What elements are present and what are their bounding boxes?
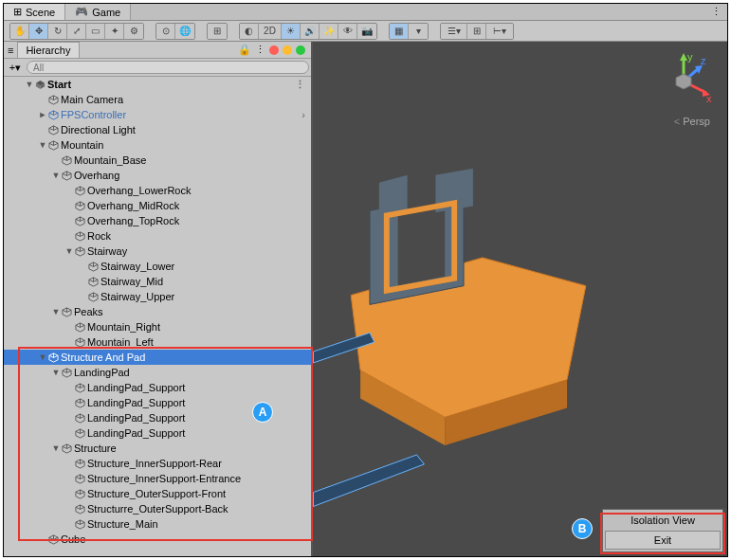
orientation-gizmo[interactable]: y x z <box>653 51 714 112</box>
pivot-rotation[interactable]: 🌐 <box>175 24 194 39</box>
expand-arrow[interactable]: ▼ <box>51 171 61 180</box>
tree-item[interactable]: Overhang_MidRock <box>4 198 311 213</box>
tree-item[interactable]: ▼Mountain <box>4 137 311 153</box>
tab-menu[interactable]: ⋮ <box>711 6 722 18</box>
tree-item[interactable]: ►FPSController› <box>4 107 311 122</box>
scene-menu[interactable]: ⋮ <box>295 79 305 91</box>
tree-item[interactable]: Structure_InnerSupport-Rear <box>4 456 311 471</box>
rect-tool[interactable]: ▭ <box>86 24 105 39</box>
scale-tool[interactable]: ⤢ <box>67 24 86 39</box>
shaded-mode[interactable]: ◐ <box>240 24 259 39</box>
hierarchy-title: Hierarchy <box>26 45 70 56</box>
tab-hierarchy[interactable]: Hierarchy <box>17 42 79 58</box>
tree-item-label: Mountain_Left <box>87 336 154 348</box>
custom-tool[interactable]: ⚙ <box>124 24 143 39</box>
tree-item[interactable]: ▼Peaks <box>4 304 311 319</box>
scene-lighting[interactable]: ☀ <box>282 24 301 39</box>
expand-arrow[interactable]: ▼ <box>38 352 47 362</box>
tree-item[interactable]: Directional Light <box>4 122 311 137</box>
search-input[interactable] <box>27 61 309 74</box>
max-dot[interactable] <box>296 45 305 55</box>
tree-item-label: Rock <box>87 230 111 242</box>
pivot-mode[interactable]: ⊙ <box>156 24 175 39</box>
tree-item[interactable]: Mountain_Right <box>4 319 311 334</box>
tree-item-label: Directional Light <box>61 124 136 135</box>
create-button[interactable]: +▾ <box>6 61 25 74</box>
snap-settings[interactable]: ⊢▾ <box>486 24 513 39</box>
tab-scene[interactable]: ⊞ Scene <box>4 4 65 20</box>
scene-vis[interactable]: 👁 <box>338 24 357 39</box>
scene-audio[interactable]: 🔊 <box>301 24 320 39</box>
expand-arrow[interactable]: ▼ <box>38 140 47 150</box>
svg-marker-132 <box>314 455 425 506</box>
hand-tool[interactable]: ✋ <box>10 24 29 39</box>
tree-item[interactable]: Structure_Main <box>4 516 311 532</box>
svg-line-21 <box>62 158 66 160</box>
svg-line-66 <box>80 325 84 327</box>
callout-b: B <box>572 518 593 539</box>
tree-item-label: Cube <box>61 533 85 545</box>
expand-arrow[interactable]: ▼ <box>51 443 61 453</box>
hierarchy-tree[interactable]: ▼Start⋮Main Camera►FPSController›Directi… <box>4 77 311 556</box>
projection-label[interactable]: Persp <box>674 116 710 127</box>
tree-item[interactable]: LandingPad_Support <box>4 425 311 441</box>
svg-line-62 <box>66 310 71 312</box>
tree-item[interactable]: ▼LandingPad <box>4 365 311 380</box>
tree-item[interactable]: Stairway_Upper <box>4 289 311 304</box>
mode-2d[interactable]: 2D <box>259 24 282 39</box>
layers-dropdown[interactable]: ☰▾ <box>441 24 467 39</box>
svg-line-17 <box>48 143 53 145</box>
hierarchy-panel: ≡ Hierarchy 🔒 ⋮ +▾ ▼Start⋮Ma <box>4 42 313 556</box>
tree-item[interactable]: Structure_InnerSupport-Entrance <box>4 471 311 486</box>
rotate-tool[interactable]: ↻ <box>48 24 67 39</box>
tree-item[interactable]: Structure_OuterSupport-Front <box>4 486 311 501</box>
tree-item[interactable]: ▼Structure And Pad <box>4 350 311 365</box>
tree-item[interactable]: ▼Structure <box>4 441 311 456</box>
grid-settings[interactable]: ⊞ <box>467 24 486 39</box>
isolation-panel: Isolation View Exit <box>602 509 723 552</box>
tree-item[interactable]: ▼Overhang <box>4 168 311 183</box>
move-tool[interactable]: ✥ <box>29 24 48 39</box>
svg-line-14 <box>53 128 58 130</box>
expand-arrow[interactable]: ▼ <box>64 246 74 256</box>
tree-item[interactable]: Mountain_Base <box>4 153 311 168</box>
scene-row[interactable]: ▼Start⋮ <box>4 77 311 92</box>
tree-item[interactable]: Overhang_LowerRock <box>4 183 311 198</box>
gizmo-toggle[interactable]: ▦ <box>390 24 409 39</box>
gizmo-opt[interactable]: ▾ <box>409 24 428 39</box>
tree-item-label: FPSController <box>61 109 126 120</box>
gameobject-icon <box>74 412 85 424</box>
chevron-right-icon[interactable]: › <box>302 109 305 120</box>
svg-line-49 <box>88 264 93 266</box>
tab-game[interactable]: 🎮 Game <box>65 4 131 20</box>
scene-viewport[interactable]: y x z Persp Isolation View Exit B <box>313 42 727 556</box>
svg-line-61 <box>62 310 66 312</box>
tree-item[interactable]: Cube <box>4 532 311 547</box>
tree-item[interactable]: Rock <box>4 228 311 244</box>
tree-item[interactable]: Main Camera <box>4 92 311 107</box>
min-dot[interactable] <box>283 45 292 55</box>
expand-arrow[interactable]: ▼ <box>51 307 61 316</box>
snap-toggle[interactable]: ⊞ <box>208 24 227 39</box>
tree-item[interactable]: Mountain_Left <box>4 334 311 350</box>
expand-arrow[interactable]: ▼ <box>51 368 61 377</box>
panel-menu[interactable]: ⋮ <box>255 44 265 56</box>
tree-item[interactable]: Structurre_OuterSupport-Back <box>4 501 311 516</box>
close-dot[interactable] <box>269 45 279 55</box>
svg-line-85 <box>75 401 80 403</box>
tree-item[interactable]: Stairway_Lower <box>4 259 311 274</box>
exit-button[interactable]: Exit <box>605 531 721 550</box>
gameobject-icon <box>74 382 85 393</box>
transform-tool[interactable]: ✦ <box>105 24 124 39</box>
scene-camera[interactable]: 📷 <box>357 24 376 39</box>
tree-item[interactable]: ▼Stairway <box>4 244 311 259</box>
expand-arrow[interactable]: ► <box>38 110 47 119</box>
tree-item[interactable]: LandingPad_Support <box>4 380 311 395</box>
tree-item[interactable]: Overhang_TopRock <box>4 213 311 228</box>
scene-fx[interactable]: ✨ <box>320 24 338 39</box>
tree-item[interactable]: Stairway_Mid <box>4 274 311 289</box>
tree-item-label: Stairway_Lower <box>101 261 174 272</box>
svg-line-89 <box>75 416 80 418</box>
svg-line-122 <box>53 537 58 539</box>
lock-icon[interactable]: 🔒 <box>238 44 251 56</box>
